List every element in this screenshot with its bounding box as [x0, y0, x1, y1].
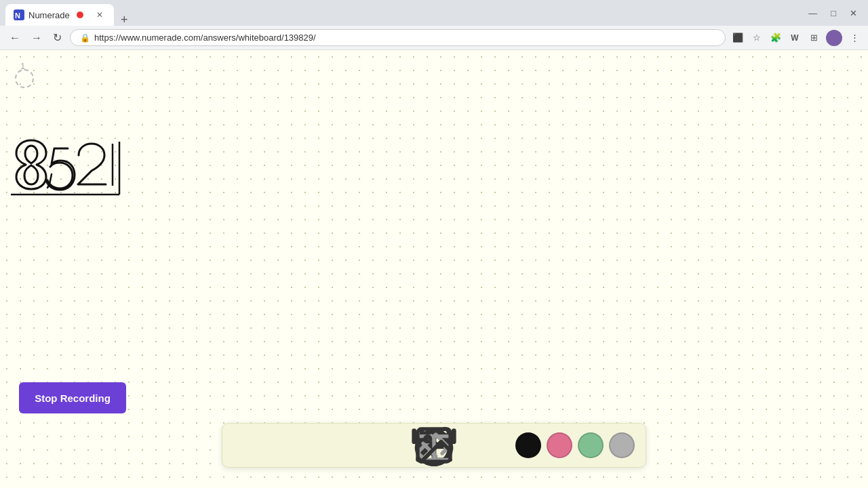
- image-button[interactable]: [480, 430, 510, 460]
- window-controls: — □ ✕: [803, 7, 863, 20]
- tab-title: Numerade: [28, 10, 70, 20]
- undo-button[interactable]: [233, 430, 263, 460]
- color-black-button[interactable]: [515, 432, 541, 458]
- text-button[interactable]: [445, 430, 475, 460]
- maximize-button[interactable]: □: [825, 7, 842, 20]
- reload-button[interactable]: ↻: [50, 28, 64, 47]
- screen-capture-icon[interactable]: ⬛: [731, 31, 745, 45]
- whiteboard-canvas[interactable]: 1 Stop Recording: [0, 50, 868, 488]
- grid-icon[interactable]: ⊞: [807, 31, 821, 45]
- back-button[interactable]: ←: [7, 29, 23, 47]
- url-text: https://www.numerade.com/answers/whitebo…: [94, 33, 316, 43]
- favicon-icon: N: [14, 9, 24, 20]
- new-tab-button[interactable]: +: [117, 14, 132, 26]
- extension-icon[interactable]: 🧩: [769, 31, 783, 45]
- close-button[interactable]: ✕: [844, 7, 863, 20]
- bookmark-icon[interactable]: ☆: [750, 31, 764, 45]
- profile-avatar[interactable]: [826, 30, 842, 46]
- toolbar: [222, 423, 646, 468]
- recording-indicator: [77, 12, 83, 18]
- active-tab[interactable]: N Numerade ✕: [5, 4, 114, 26]
- color-gray-button[interactable]: [609, 432, 635, 458]
- address-right-icons: ⬛ ☆ 🧩 W ⊞ ⋮: [731, 30, 861, 46]
- menu-icon[interactable]: ⋮: [848, 31, 861, 45]
- select-button[interactable]: [304, 430, 334, 460]
- stop-recording-label: Stop Recording: [35, 392, 111, 404]
- add-button[interactable]: [374, 430, 404, 460]
- address-bar: ← → ↻ 🔒 https://www.numerade.com/answers…: [0, 26, 868, 50]
- minimize-button[interactable]: —: [803, 7, 823, 20]
- page-cursor-indicator: [15, 69, 34, 88]
- color-green-button[interactable]: [578, 432, 604, 458]
- stop-recording-button[interactable]: Stop Recording: [19, 382, 126, 413]
- pen-button[interactable]: [339, 430, 369, 460]
- w-extension-icon[interactable]: W: [788, 31, 802, 45]
- titlebar: N Numerade ✕ + — □ ✕: [0, 0, 868, 26]
- svg-text:N: N: [15, 12, 20, 20]
- forward-button[interactable]: →: [28, 29, 45, 47]
- url-bar[interactable]: 🔒 https://www.numerade.com/answers/white…: [70, 29, 726, 46]
- tab-bar: N Numerade ✕ +: [5, 0, 132, 26]
- color-pink-button[interactable]: [547, 432, 572, 458]
- eraser-button[interactable]: [410, 430, 439, 460]
- tab-close-button[interactable]: ✕: [94, 9, 106, 21]
- lock-icon: 🔒: [80, 33, 90, 43]
- redo-button[interactable]: [269, 430, 298, 460]
